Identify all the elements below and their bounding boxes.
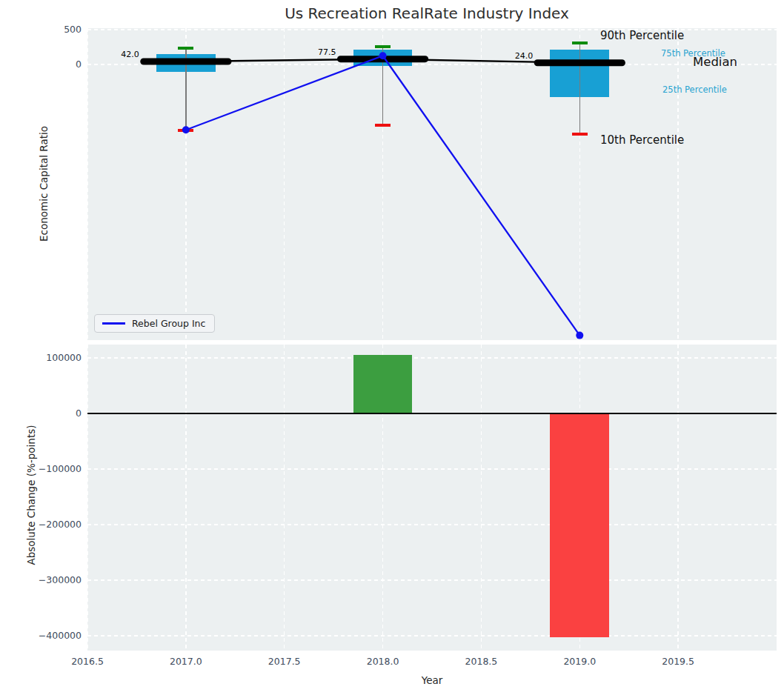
top-y-axis-label: Economic Capital Ratio (38, 126, 50, 242)
median-value-label-2017: 42.0 (92, 50, 139, 59)
cap-10th-2017 (178, 129, 193, 132)
gridline-vertical (87, 28, 88, 340)
y-tick-label: 100000 (30, 352, 82, 363)
legend: Rebel Group Inc (94, 314, 215, 333)
chart-title: Us Recreation RealRate Industry Index (82, 4, 771, 22)
y-tick-label: −200000 (30, 519, 82, 530)
y-tick-label: 500 (30, 24, 82, 35)
y-tick-label: 0 (30, 408, 82, 419)
gridline-vertical (481, 345, 482, 651)
cap-90th-2019 (572, 41, 588, 44)
y-tick-label: −300000 (30, 574, 82, 585)
gridline-horizontal (87, 468, 777, 469)
bottom-axes-bars (87, 345, 777, 651)
x-tick-label: 2018.5 (448, 656, 514, 667)
gridline-horizontal (87, 524, 777, 525)
industry-index-chart: Us Recreation RealRate Industry Index Ec… (0, 0, 784, 698)
gridline-vertical (481, 28, 482, 340)
gridline-horizontal (87, 635, 777, 636)
top-axes-boxplot (87, 28, 777, 340)
cap-90th-2017 (178, 47, 193, 50)
annotation-90th-percentile: 90th Percentile (600, 29, 684, 42)
legend-line-sample (102, 322, 125, 325)
whisker-2019 (579, 43, 580, 134)
x-tick-label: 2016.5 (54, 656, 121, 667)
gridline-vertical (284, 345, 285, 651)
gridline-vertical (87, 345, 88, 651)
whisker-2017 (185, 48, 186, 130)
y-tick-label: −400000 (30, 630, 82, 641)
cap-10th-2018 (375, 124, 391, 127)
gridline-vertical (185, 345, 186, 651)
median-value-label-2019: 24.0 (485, 51, 533, 61)
zero-line (87, 413, 777, 414)
x-tick-label: 2017.0 (153, 656, 219, 667)
cap-90th-2018 (375, 45, 391, 48)
x-tick-label: 2018.0 (350, 656, 416, 667)
y-tick-label: −100000 (30, 463, 82, 474)
cap-10th-2019 (572, 133, 588, 136)
gridline-horizontal (87, 357, 777, 358)
x-tick-label: 2019.5 (645, 656, 711, 667)
legend-label: Rebel Group Inc (132, 318, 205, 329)
annotation-10th-percentile: 10th Percentile (600, 133, 684, 147)
x-axis-label: Year (87, 674, 777, 686)
gridline-vertical (284, 28, 285, 340)
median-value-label-2018: 77.5 (288, 47, 336, 57)
x-tick-label: 2017.5 (251, 656, 318, 667)
y-tick-label: 0 (30, 59, 82, 70)
bottom-y-axis-label: Absolute Change (%-points) (25, 425, 37, 565)
x-tick-label: 2019.0 (546, 656, 613, 667)
gridline-vertical (677, 28, 678, 340)
change-bar-2019 (550, 413, 609, 637)
annotation-median: Median (693, 55, 737, 69)
gridline-horizontal (87, 579, 777, 580)
annotation-25th-percentile: 25th Percentile (662, 84, 727, 95)
gridline-vertical (677, 345, 678, 651)
whisker-2018 (382, 47, 383, 125)
change-bar-2018 (353, 355, 413, 413)
